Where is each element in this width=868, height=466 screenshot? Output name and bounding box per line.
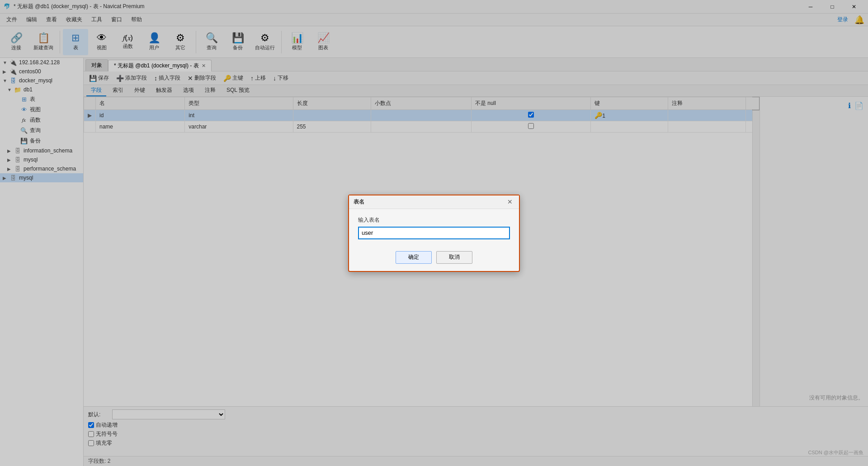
- modal-field-label: 输入表名: [358, 216, 510, 224]
- modal-body: 输入表名: [349, 209, 519, 247]
- modal-footer: 确定 取消: [349, 247, 519, 271]
- modal-title: 表名: [354, 198, 364, 206]
- modal-header: 表名 ✕: [349, 195, 519, 209]
- modal-confirm-button[interactable]: 确定: [396, 251, 432, 264]
- modal-overlay: 表名 ✕ 输入表名 确定 取消: [0, 0, 868, 466]
- table-name-dialog: 表名 ✕ 输入表名 确定 取消: [348, 195, 520, 272]
- modal-cancel-button[interactable]: 取消: [436, 251, 472, 264]
- modal-close-button[interactable]: ✕: [505, 197, 514, 206]
- table-name-input[interactable]: [358, 227, 510, 239]
